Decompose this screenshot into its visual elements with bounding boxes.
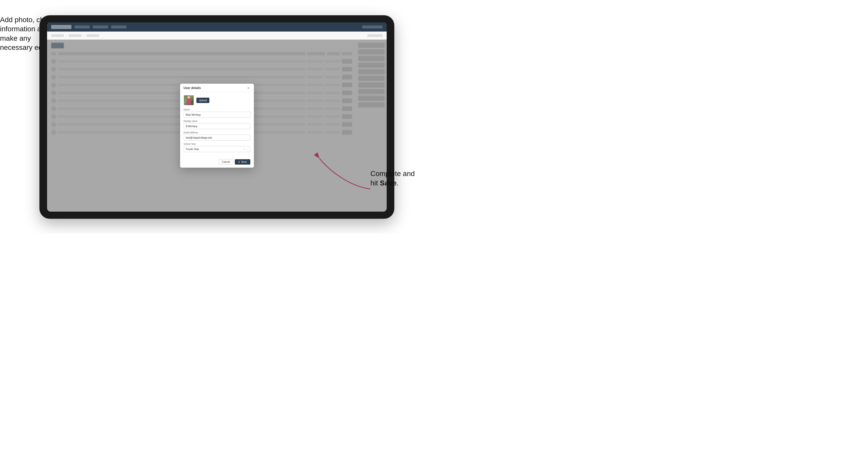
display-name-label: Display name — [184, 120, 250, 122]
display-name-field-group: Display name — [184, 120, 250, 129]
app-content: User details × — [47, 40, 387, 212]
photo-thumbnail — [184, 95, 194, 105]
photo-section: Upload — [184, 95, 250, 105]
school-year-label: School Year — [184, 143, 250, 145]
school-year-value: Fourth Year — [186, 148, 199, 151]
figure-body — [187, 98, 191, 104]
school-year-controls: × ⌄ — [244, 148, 248, 150]
clear-icon[interactable]: × — [244, 148, 245, 150]
email-label: Email address — [184, 131, 250, 134]
name-input[interactable] — [184, 112, 250, 118]
annotation-right-end: . — [397, 179, 399, 187]
breadcrumb-1 — [51, 34, 64, 37]
breadcrumb-sep: › — [66, 34, 67, 37]
dialog-body: Upload Name Display name — [180, 92, 254, 157]
name-label: Name — [184, 108, 250, 111]
app-nav — [74, 25, 126, 29]
upload-button[interactable]: Upload — [196, 98, 210, 103]
chevron-down-icon[interactable]: ⌄ — [246, 148, 248, 150]
breadcrumb-sep-2: › — [84, 34, 84, 37]
dialog-header: User details × — [180, 84, 254, 92]
close-button[interactable]: × — [247, 86, 250, 90]
nav-item-1 — [74, 25, 90, 29]
school-year-select[interactable]: Fourth Year × ⌄ — [184, 146, 250, 152]
app-header — [47, 22, 387, 32]
email-field-group: Email address — [184, 131, 250, 141]
display-name-input[interactable] — [184, 123, 250, 129]
breadcrumb-2 — [69, 34, 82, 37]
tablet-device: › › — [39, 15, 394, 219]
nav-right — [362, 25, 382, 29]
save-icon: ⬆ — [238, 161, 240, 163]
breadcrumb-3 — [87, 34, 99, 37]
cancel-button[interactable]: Cancel — [219, 159, 233, 164]
user-details-dialog: User details × — [180, 84, 254, 167]
app-subheader: › › — [47, 32, 387, 40]
nav-item-2 — [93, 25, 108, 29]
email-input[interactable] — [184, 134, 250, 141]
dialog-title: User details — [184, 86, 201, 90]
annotation-left-line3: make any — [0, 34, 31, 42]
dialog-footer: Cancel ⬆ Save — [180, 157, 254, 167]
name-field-group: Name — [184, 108, 250, 118]
photo-image — [184, 95, 194, 105]
save-button[interactable]: ⬆ Save — [235, 159, 250, 164]
modal-overlay: User details × — [47, 40, 387, 212]
tablet-screen: › › — [47, 22, 387, 212]
subheader-action — [367, 34, 382, 37]
nav-item-3 — [111, 25, 126, 29]
save-label: Save — [241, 160, 247, 163]
app-logo — [51, 25, 71, 29]
school-year-field-group: School Year Fourth Year × ⌄ — [184, 143, 250, 152]
